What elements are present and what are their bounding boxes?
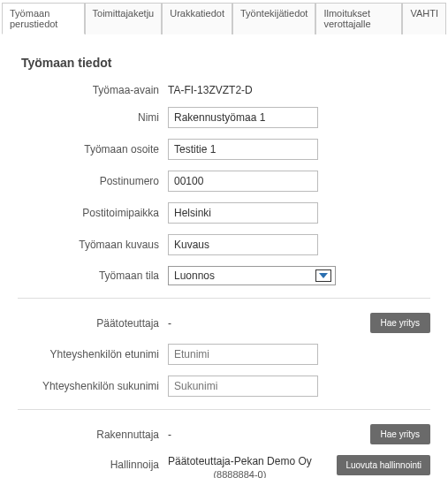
select-tila[interactable]: Luonnos [168,266,336,285]
luovuta-hallinnointi-button[interactable]: Luovuta hallinnointi [337,455,430,475]
input-osoite[interactable] [168,139,318,160]
label-osoite: Työmaan osoite [18,143,168,156]
input-kuvaus[interactable] [168,234,318,255]
label-rakennuttaja: Rakennuttaja [18,429,168,441]
label-paatoteuttaja: Päätoteuttaja [18,317,168,330]
label-tyomaa-avain: Työmaa-avain [18,84,168,96]
chevron-down-icon [315,269,331,282]
tab-ilmoitukset[interactable]: Ilmoitukset verottajalle [315,3,402,34]
separator [18,409,430,410]
input-nimi[interactable] [168,107,318,128]
section-title: Työmaan tiedot [21,56,430,70]
label-etunimi: Yhteyshenkilön etunimi [18,348,168,360]
label-postinumero: Postinumero [18,175,168,187]
label-nimi: Nimi [18,111,168,124]
input-postitoimipaikka[interactable] [168,202,318,224]
separator [18,298,430,299]
label-tila: Työmaan tila [18,269,168,282]
tab-tyontekijatiedot[interactable]: Työntekijätiedot [232,3,315,34]
label-postitoimipaikka: Postitoimipaikka [18,207,168,219]
tab-perustiedot[interactable]: Työmaan perustiedot [2,3,85,34]
svg-marker-0 [319,273,328,278]
input-postinumero[interactable] [168,171,318,192]
tab-toimittajaketju[interactable]: Toimittajaketju [85,3,163,34]
value-rakennuttaja: - [168,429,171,441]
hae-yritys-button-rakennuttaja[interactable]: Hae yritys [370,424,430,444]
value-hallinnoija: Päätoteuttaja-Pekan Demo Oy [168,455,312,467]
tab-urakkatiedot[interactable]: Urakkatiedot [162,3,232,34]
value-hallinnoija-sub: (8888884-0) [168,469,312,478]
tab-bar: Työmaan perustiedot Toimittajaketju Urak… [2,2,446,34]
label-kuvaus: Työmaan kuvaus [18,239,168,251]
label-sukunimi: Yhteyshenkilön sukunimi [18,380,168,392]
value-paatoteuttaja: - [168,317,171,330]
label-hallinnoija: Hallinnoija [18,455,168,471]
select-tila-value: Luonnos [174,269,215,282]
input-etunimi[interactable] [168,344,318,365]
value-tyomaa-avain: TA-FI-13ZVZT2-D [168,84,253,96]
tab-vahti[interactable]: VAHTI [402,3,446,34]
form-panel: Työmaan tiedot Työmaa-avain TA-FI-13ZVZT… [0,34,448,478]
input-sukunimi[interactable] [168,376,318,397]
hae-yritys-button-paatoteuttaja[interactable]: Hae yritys [370,313,430,333]
